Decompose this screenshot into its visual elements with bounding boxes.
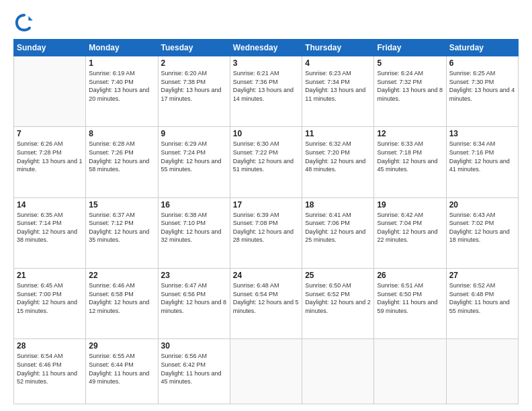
calendar-cell: 28Sunrise: 6:54 AMSunset: 6:46 PMDayligh…	[14, 339, 86, 404]
day-detail: Sunrise: 6:56 AMSunset: 6:42 PMDaylight:…	[161, 352, 227, 385]
calendar-cell: 2Sunrise: 6:20 AMSunset: 7:38 PMDaylight…	[158, 56, 230, 127]
calendar-cell: 27Sunrise: 6:52 AMSunset: 6:48 PMDayligh…	[446, 269, 518, 339]
day-detail: Sunrise: 6:23 AMSunset: 7:34 PMDaylight:…	[305, 69, 371, 103]
weekday-header-friday: Friday	[374, 40, 446, 56]
calendar-cell: 7Sunrise: 6:26 AMSunset: 7:28 PMDaylight…	[14, 127, 86, 197]
week-row-3: 21Sunrise: 6:45 AMSunset: 7:00 PMDayligh…	[14, 269, 519, 339]
day-detail: Sunrise: 6:47 AMSunset: 6:56 PMDaylight:…	[161, 281, 227, 315]
calendar-cell: 22Sunrise: 6:46 AMSunset: 6:58 PMDayligh…	[86, 269, 158, 339]
day-number: 2	[161, 58, 227, 68]
day-number: 14	[17, 200, 83, 210]
page: SundayMondayTuesdayWednesdayThursdayFrid…	[0, 0, 532, 411]
calendar-cell: 20Sunrise: 6:43 AMSunset: 7:02 PMDayligh…	[446, 197, 518, 268]
calendar-cell: 30Sunrise: 6:56 AMSunset: 6:42 PMDayligh…	[158, 339, 230, 404]
calendar-cell	[446, 339, 518, 404]
week-row-1: 7Sunrise: 6:26 AMSunset: 7:28 PMDaylight…	[14, 127, 519, 197]
calendar-cell: 29Sunrise: 6:55 AMSunset: 6:44 PMDayligh…	[86, 339, 158, 404]
day-number: 28	[17, 341, 83, 351]
day-number: 24	[233, 271, 299, 280]
weekday-header-sunday: Sunday	[14, 40, 86, 56]
calendar-cell: 23Sunrise: 6:47 AMSunset: 6:56 PMDayligh…	[158, 269, 230, 339]
day-number: 8	[89, 129, 154, 138]
day-detail: Sunrise: 6:37 AMSunset: 7:12 PMDaylight:…	[89, 211, 154, 244]
calendar-cell: 17Sunrise: 6:39 AMSunset: 7:08 PMDayligh…	[230, 197, 302, 268]
day-number: 20	[449, 200, 515, 210]
day-number: 17	[233, 200, 299, 210]
day-number: 12	[377, 129, 443, 138]
calendar-cell: 24Sunrise: 6:48 AMSunset: 6:54 PMDayligh…	[230, 269, 302, 339]
day-number: 11	[305, 129, 371, 138]
calendar-cell: 5Sunrise: 6:24 AMSunset: 7:32 PMDaylight…	[374, 56, 446, 127]
day-detail: Sunrise: 6:55 AMSunset: 6:44 PMDaylight:…	[89, 352, 154, 385]
day-number: 1	[89, 58, 154, 68]
day-number: 26	[377, 271, 443, 280]
day-number: 16	[161, 200, 227, 210]
calendar-cell: 25Sunrise: 6:50 AMSunset: 6:52 PMDayligh…	[302, 269, 374, 339]
day-detail: Sunrise: 6:33 AMSunset: 7:18 PMDaylight:…	[377, 140, 443, 173]
day-number: 9	[161, 129, 227, 138]
day-detail: Sunrise: 6:54 AMSunset: 6:46 PMDaylight:…	[17, 352, 83, 385]
day-detail: Sunrise: 6:30 AMSunset: 7:22 PMDaylight:…	[233, 140, 299, 173]
logo	[13, 11, 39, 32]
calendar-cell	[374, 339, 446, 404]
calendar-cell: 18Sunrise: 6:41 AMSunset: 7:06 PMDayligh…	[302, 197, 374, 268]
day-detail: Sunrise: 6:42 AMSunset: 7:04 PMDaylight:…	[377, 211, 443, 244]
day-number: 15	[89, 200, 154, 210]
week-row-0: 1Sunrise: 6:19 AMSunset: 7:40 PMDaylight…	[14, 56, 519, 127]
weekday-header-wednesday: Wednesday	[230, 40, 302, 56]
day-number: 7	[17, 129, 83, 138]
calendar-cell: 10Sunrise: 6:30 AMSunset: 7:22 PMDayligh…	[230, 127, 302, 197]
day-number: 4	[305, 58, 371, 68]
calendar-cell: 8Sunrise: 6:28 AMSunset: 7:26 PMDaylight…	[86, 127, 158, 197]
calendar-cell: 15Sunrise: 6:37 AMSunset: 7:12 PMDayligh…	[86, 197, 158, 268]
calendar-cell: 4Sunrise: 6:23 AMSunset: 7:34 PMDaylight…	[302, 56, 374, 127]
day-detail: Sunrise: 6:48 AMSunset: 6:54 PMDaylight:…	[233, 281, 299, 315]
weekday-header-row: SundayMondayTuesdayWednesdayThursdayFrid…	[14, 40, 519, 56]
week-row-2: 14Sunrise: 6:35 AMSunset: 7:14 PMDayligh…	[14, 197, 519, 268]
calendar-table: SundayMondayTuesdayWednesdayThursdayFrid…	[13, 39, 519, 404]
calendar-cell: 13Sunrise: 6:34 AMSunset: 7:16 PMDayligh…	[446, 127, 518, 197]
day-detail: Sunrise: 6:35 AMSunset: 7:14 PMDaylight:…	[17, 211, 83, 244]
day-detail: Sunrise: 6:34 AMSunset: 7:16 PMDaylight:…	[449, 140, 515, 173]
logo-icon	[13, 11, 35, 32]
calendar-cell	[230, 339, 302, 404]
calendar-cell: 11Sunrise: 6:32 AMSunset: 7:20 PMDayligh…	[302, 127, 374, 197]
day-number: 29	[89, 341, 154, 351]
calendar-cell: 21Sunrise: 6:45 AMSunset: 7:00 PMDayligh…	[14, 269, 86, 339]
day-number: 19	[377, 200, 443, 210]
day-number: 18	[305, 200, 371, 210]
calendar-cell: 1Sunrise: 6:19 AMSunset: 7:40 PMDaylight…	[86, 56, 158, 127]
day-number: 21	[17, 271, 83, 280]
day-detail: Sunrise: 6:26 AMSunset: 7:28 PMDaylight:…	[17, 140, 83, 173]
day-detail: Sunrise: 6:41 AMSunset: 7:06 PMDaylight:…	[305, 211, 371, 244]
day-detail: Sunrise: 6:25 AMSunset: 7:30 PMDaylight:…	[449, 69, 515, 103]
day-detail: Sunrise: 6:43 AMSunset: 7:02 PMDaylight:…	[449, 211, 515, 244]
day-number: 27	[449, 271, 515, 280]
header	[13, 11, 519, 32]
day-detail: Sunrise: 6:32 AMSunset: 7:20 PMDaylight:…	[305, 140, 371, 173]
day-detail: Sunrise: 6:28 AMSunset: 7:26 PMDaylight:…	[89, 140, 154, 173]
calendar-cell: 6Sunrise: 6:25 AMSunset: 7:30 PMDaylight…	[446, 56, 518, 127]
day-number: 22	[89, 271, 154, 280]
day-number: 23	[161, 271, 227, 280]
calendar-cell: 12Sunrise: 6:33 AMSunset: 7:18 PMDayligh…	[374, 127, 446, 197]
day-detail: Sunrise: 6:39 AMSunset: 7:08 PMDaylight:…	[233, 211, 299, 244]
day-detail: Sunrise: 6:38 AMSunset: 7:10 PMDaylight:…	[161, 211, 227, 244]
day-detail: Sunrise: 6:29 AMSunset: 7:24 PMDaylight:…	[161, 140, 227, 173]
day-number: 3	[233, 58, 299, 68]
day-detail: Sunrise: 6:21 AMSunset: 7:36 PMDaylight:…	[233, 69, 299, 103]
day-number: 30	[161, 341, 227, 351]
day-detail: Sunrise: 6:50 AMSunset: 6:52 PMDaylight:…	[305, 281, 371, 315]
calendar-cell: 3Sunrise: 6:21 AMSunset: 7:36 PMDaylight…	[230, 56, 302, 127]
day-number: 10	[233, 129, 299, 138]
day-detail: Sunrise: 6:45 AMSunset: 7:00 PMDaylight:…	[17, 281, 83, 315]
day-number: 13	[449, 129, 515, 138]
day-detail: Sunrise: 6:20 AMSunset: 7:38 PMDaylight:…	[161, 69, 227, 103]
weekday-header-thursday: Thursday	[302, 40, 374, 56]
calendar-cell	[302, 339, 374, 404]
calendar-cell: 16Sunrise: 6:38 AMSunset: 7:10 PMDayligh…	[158, 197, 230, 268]
day-number: 5	[377, 58, 443, 68]
week-row-4: 28Sunrise: 6:54 AMSunset: 6:46 PMDayligh…	[14, 339, 519, 404]
calendar-cell: 9Sunrise: 6:29 AMSunset: 7:24 PMDaylight…	[158, 127, 230, 197]
calendar-cell: 26Sunrise: 6:51 AMSunset: 6:50 PMDayligh…	[374, 269, 446, 339]
